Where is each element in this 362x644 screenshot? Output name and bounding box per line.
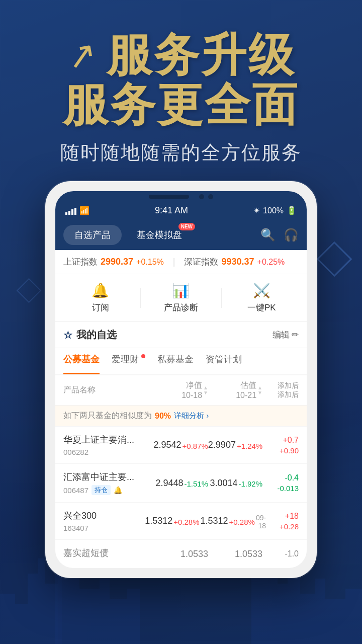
nav-sort[interactable]: ▲▼ [203, 385, 208, 395]
battery-label: 100% [263, 206, 284, 215]
tab-own-products[interactable]: 自选产品 [63, 225, 122, 245]
action-pk[interactable]: ⚔️ 一键PK [222, 282, 302, 313]
svg-rect-12 [251, 569, 257, 644]
ticker-shanghai: 上证指数 2990.37 +0.15% [63, 256, 164, 268]
nav-value-2: 2.9448 [155, 478, 183, 489]
est-value-3: 1.5312 [201, 516, 228, 526]
tab-public-fund[interactable]: 公募基金 [63, 353, 100, 369]
est-value-1: 2.9907 [208, 440, 236, 450]
hold-tag: 持仓 [92, 485, 111, 495]
watchlist-title: ☆ 我的自选 [63, 328, 117, 342]
svg-rect-15 [278, 584, 288, 644]
est-value-2: 3.0014 [210, 478, 237, 489]
col-header-nav: 净值 10-18 ▲▼ [154, 380, 208, 400]
shenzhen-value: 9930.37 [221, 257, 254, 267]
nav-value-3: 1.5312 [145, 516, 172, 526]
similarity-percent: 90% [155, 412, 171, 421]
ticker-divider: | [173, 257, 175, 267]
fund-row-4-partial[interactable]: 嘉实超短债 1.0533 1.0533 -1.0 [55, 540, 307, 568]
svg-rect-3 [38, 558, 45, 644]
est-value-4: 1.0533 [235, 549, 262, 559]
phone-notch [55, 191, 307, 201]
fund-name-3: 兴全300 [63, 510, 145, 522]
status-time: 9:41 AM [155, 205, 188, 216]
fund-add-4: -1.0 [262, 549, 299, 558]
subscribe-label: 订阅 [92, 302, 109, 313]
nav-value-1: 2.9542 [153, 440, 181, 450]
edit-icon: ✏ [292, 330, 299, 340]
fund-name-4: 嘉实超短债 [63, 547, 154, 559]
watchlist-header: ☆ 我的自选 编辑 ✏ [55, 322, 307, 348]
new-dot [141, 354, 145, 358]
fund-add-2: -0.4 -0.013 [262, 473, 299, 493]
new-badge: NEW [178, 223, 195, 230]
phone-screen: 📶 9:41 AM ✴ 100% 🔋 自选产品 基金模拟盘 NEW [55, 191, 307, 568]
bell-icon: 🔔 [114, 486, 122, 494]
fund-row-2[interactable]: 汇添富中证主要... 006487 持仓 🔔 2.9448 -1.51% 3.0… [55, 464, 307, 503]
subscribe-icon: 🔔 [92, 282, 109, 299]
phone-nav-bar: 自选产品 基金模拟盘 NEW 🔍 🎧 [55, 220, 307, 250]
pk-icon: ⚔️ [253, 282, 270, 299]
fund-add-1: +0.7 +0.90 [262, 436, 299, 455]
shenzhen-change: +0.25% [257, 258, 285, 267]
search-icon[interactable]: 🔍 [260, 228, 276, 242]
ticker-shenzhen: 深证指数 9930.37 +0.25% [184, 256, 285, 268]
tab-love-finance[interactable]: 爱理财 [112, 353, 145, 369]
fund-add-3: +18 +0.28 [266, 512, 299, 531]
camera-dots [199, 194, 213, 199]
col-header-name: 产品名称 [63, 385, 154, 395]
status-bar: 📶 9:41 AM ✴ 100% 🔋 [55, 201, 307, 220]
tab-asset-mgmt[interactable]: 资管计划 [206, 353, 242, 369]
tab-private-fund[interactable]: 私募基金 [157, 353, 194, 369]
est-change-2: -1.92% [238, 479, 262, 488]
fund-est-2: 3.0014 -1.92% [208, 478, 262, 489]
nav-change-1: +0.87% [183, 442, 208, 450]
hero-title-2: 服务更全面 [20, 80, 342, 130]
shenzhen-label: 深证指数 [184, 256, 218, 268]
watchlist-icon: ☆ [63, 329, 72, 341]
fund-nav-1: 2.9542 +0.87% [153, 440, 208, 450]
speaker [149, 195, 189, 199]
headset-icon[interactable]: 🎧 [284, 228, 299, 242]
svg-rect-2 [28, 574, 38, 644]
col-header-est: 估值 10-21 ▲▼ [208, 380, 262, 400]
nav-icons: 🔍 🎧 [260, 228, 299, 242]
fund-nav-4: 1.0533 [154, 549, 208, 559]
diagnose-label: 产品诊断 [164, 302, 198, 313]
fund-code-2: 006487 持仓 🔔 [63, 485, 154, 495]
status-left: 📶 [65, 206, 89, 215]
fund-est-4: 1.0533 [208, 549, 262, 559]
status-right: ✴ 100% 🔋 [253, 206, 297, 215]
est-sort[interactable]: ▲▼ [257, 385, 262, 395]
nav-change-2: -1.51% [184, 479, 208, 488]
action-subscribe[interactable]: 🔔 订阅 [60, 282, 140, 313]
tab-fund-simulator[interactable]: 基金模拟盘 NEW [126, 225, 193, 245]
edit-button[interactable]: 编辑 ✏ [273, 329, 299, 341]
camera-dot-1 [199, 194, 204, 199]
svg-rect-7 [64, 569, 79, 644]
svg-rect-0 [0, 594, 15, 644]
est-change-3: +0.28% [229, 518, 255, 526]
est-date-3: 09-18 [256, 514, 266, 530]
svg-rect-20 [345, 589, 362, 644]
nav-value-4: 1.0533 [180, 549, 208, 559]
svg-rect-11 [127, 589, 140, 644]
fund-row-3[interactable]: 兴全300 163407 1.5312 +0.28% 1.5312 +0.28%… [55, 503, 307, 540]
fund-row-1[interactable]: 华夏上证主要消... 006282 2.9542 +0.87% 2.9907 +… [55, 427, 307, 464]
svg-rect-8 [79, 589, 100, 644]
fund-info-2: 汇添富中证主要... 006487 持仓 🔔 [63, 471, 154, 495]
svg-rect-10 [110, 599, 127, 644]
hero-desc: 随时随地随需的全方位服务 [20, 140, 342, 166]
table-header: 产品名称 净值 10-18 ▲▼ 估值 10-21 ▲▼ 添加后 [55, 375, 307, 406]
detail-link[interactable]: 详细分析 › [174, 411, 209, 421]
col-header-add: 添加后 添加后 [262, 381, 299, 399]
phone-mockup: 📶 9:41 AM ✴ 100% 🔋 自选产品 基金模拟盘 NEW [45, 181, 317, 578]
shanghai-value: 2990.37 [101, 257, 133, 267]
svg-rect-1 [15, 604, 28, 644]
fund-code-3: 163407 [63, 524, 145, 532]
market-ticker: 上证指数 2990.37 +0.15% | 深证指数 9930.37 +0.25… [55, 250, 307, 274]
shanghai-label: 上证指数 [63, 256, 98, 268]
diagnose-icon: 📊 [172, 282, 190, 299]
wifi-icon: 📶 [79, 206, 89, 215]
action-diagnose[interactable]: 📊 产品诊断 [141, 282, 221, 313]
